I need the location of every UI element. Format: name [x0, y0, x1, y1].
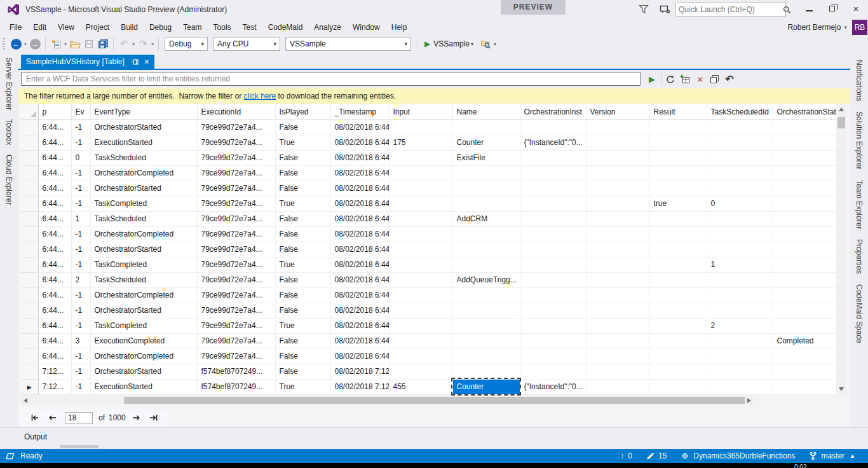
cell-version[interactable]	[586, 226, 649, 242]
cell-event_type[interactable]: TaskCompleted	[90, 257, 197, 272]
cell-input[interactable]	[389, 348, 452, 364]
cell-name[interactable]	[452, 333, 520, 348]
cell-orchestration_instance[interactable]	[520, 226, 586, 242]
cell-execution_id[interactable]: f574bef8707249...	[197, 379, 275, 394]
cell-timestamp[interactable]: 08/02/2018 7:12...	[330, 379, 389, 394]
cell-ts[interactable]: 7:12...	[38, 379, 71, 394]
cell-timestamp[interactable]: 08/02/2018 6:44...	[330, 257, 389, 272]
new-item-button[interactable]	[50, 37, 62, 51]
cell-task_scheduled_id[interactable]	[707, 272, 773, 287]
cell-name[interactable]	[452, 287, 520, 303]
cell-version[interactable]	[586, 211, 649, 226]
add-entity-button[interactable]	[679, 72, 691, 85]
cell-orchestration_instance[interactable]: {"InstanceId":"0...	[520, 379, 586, 394]
delete-entity-button[interactable]: ×	[694, 72, 707, 85]
cell-version[interactable]	[586, 242, 649, 257]
cell-result[interactable]	[649, 226, 707, 242]
cell-timestamp[interactable]: 08/02/2018 6:44...	[330, 242, 389, 257]
row-header-cell[interactable]	[21, 135, 38, 150]
row-header-cell[interactable]	[21, 181, 38, 196]
cell-task_scheduled_id[interactable]	[707, 242, 773, 257]
cell-input[interactable]	[389, 287, 452, 303]
row-header-cell[interactable]	[21, 364, 38, 379]
cell-event_id[interactable]: -1	[71, 303, 90, 318]
horizontal-scrollbar[interactable]	[21, 396, 754, 405]
column-header-name[interactable]: Name	[452, 104, 520, 120]
row-header-cell[interactable]	[21, 120, 38, 135]
solution-configurations-combo[interactable]: Debug ▾	[165, 37, 208, 51]
cell-orchestration_status[interactable]	[773, 211, 836, 226]
cell-is_played[interactable]: False	[275, 150, 330, 165]
menu-item-build[interactable]: Build	[115, 20, 144, 34]
back-history-caret-icon[interactable]: ▾	[24, 41, 27, 47]
cell-orchestration_status[interactable]	[773, 181, 836, 196]
row-header-cell[interactable]	[21, 333, 38, 348]
column-header-version[interactable]: Version	[586, 104, 649, 120]
cell-is_played[interactable]: True	[275, 318, 330, 333]
cell-version[interactable]	[586, 196, 649, 211]
cell-is_played[interactable]: False	[275, 120, 330, 135]
cell-task_scheduled_id[interactable]: 0	[707, 196, 773, 211]
redo-history-caret-icon[interactable]: ▾	[151, 41, 154, 47]
column-header-input[interactable]: Input	[389, 104, 452, 120]
menu-item-test[interactable]: Test	[237, 20, 262, 34]
repository-indicator[interactable]: Dynamics365DurbleFunctions	[677, 451, 799, 460]
cell-execution_id[interactable]: 79ce99d72e7a4...	[197, 318, 275, 333]
row-header-cell[interactable]	[21, 348, 38, 364]
cell-input[interactable]	[389, 242, 452, 257]
cell-is_played[interactable]: False	[275, 242, 330, 257]
cell-event_id[interactable]: -1	[71, 287, 90, 303]
sidebar-tab-codemaid-spade[interactable]: CodeMaid Spade	[855, 284, 864, 343]
cell-event_id[interactable]: -1	[71, 257, 90, 272]
next-page-button[interactable]	[132, 414, 140, 422]
cell-is_played[interactable]: True	[275, 257, 330, 272]
cell-orchestration_status[interactable]	[773, 318, 836, 333]
cell-event_id[interactable]: -1	[71, 364, 90, 379]
download-remaining-link[interactable]: click here	[244, 92, 276, 100]
cell-orchestration_status[interactable]	[773, 379, 836, 394]
row-header-cell[interactable]	[21, 211, 38, 226]
cell-name[interactable]	[452, 364, 520, 379]
cell-version[interactable]	[586, 364, 649, 379]
cell-name[interactable]	[452, 226, 520, 242]
solution-platforms-combo[interactable]: Any CPU ▾	[213, 37, 280, 51]
cell-ts[interactable]: 6:44...	[38, 287, 71, 303]
cell-event_id[interactable]: -1	[71, 196, 90, 211]
menu-item-team[interactable]: Team	[177, 20, 207, 34]
current-page-input[interactable]	[65, 412, 93, 424]
cell-is_played[interactable]: False	[275, 348, 330, 364]
column-header-eventtype[interactable]: EventType	[90, 104, 197, 120]
row-header-cell[interactable]	[21, 226, 38, 242]
cell-result[interactable]	[649, 287, 707, 303]
cell-task_scheduled_id[interactable]	[707, 379, 773, 394]
column-header-orchestrationinst[interactable]: OrchestrationInst	[520, 104, 586, 120]
cell-result[interactable]	[649, 150, 707, 165]
cell-orchestration_instance[interactable]	[520, 257, 586, 272]
cell-event_id[interactable]: -1	[71, 379, 90, 394]
cell-ts[interactable]: 6:44...	[38, 226, 71, 242]
cell-version[interactable]	[586, 303, 649, 318]
cell-orchestration_status[interactable]	[773, 272, 836, 287]
output-scrollbar-fragment[interactable]	[60, 445, 98, 448]
sidebar-tab-cloud-explorer[interactable]: Cloud Explorer	[4, 155, 13, 205]
horizontal-scrollbar-thumb[interactable]	[124, 397, 745, 404]
discard-changes-button[interactable]: ↶	[723, 72, 736, 85]
cell-timestamp[interactable]: 08/02/2018 7:12...	[330, 364, 389, 379]
minimize-button[interactable]	[799, 0, 818, 17]
search-icon[interactable]	[780, 6, 794, 14]
tab-close-icon[interactable]: ×	[144, 57, 149, 66]
cell-result[interactable]	[649, 303, 707, 318]
cell-task_scheduled_id[interactable]: 2	[707, 318, 773, 333]
cell-name[interactable]	[452, 242, 520, 257]
cell-task_scheduled_id[interactable]	[707, 226, 773, 242]
cell-name[interactable]: AddCRM	[452, 211, 520, 226]
cell-event_type[interactable]: OrchestratorStarted	[90, 181, 197, 196]
user-menu-caret-icon[interactable]: ▾	[844, 24, 847, 31]
cell-ts[interactable]: 6:44...	[38, 242, 71, 257]
cell-event_id[interactable]: 0	[71, 150, 90, 165]
cell-event_id[interactable]: -1	[71, 348, 90, 364]
cell-orchestration_instance[interactable]	[520, 120, 586, 135]
cell-orchestration_status[interactable]	[773, 196, 836, 211]
cell-event_id[interactable]: -1	[71, 120, 90, 135]
cell-event_type[interactable]: TaskScheduled	[90, 150, 197, 165]
